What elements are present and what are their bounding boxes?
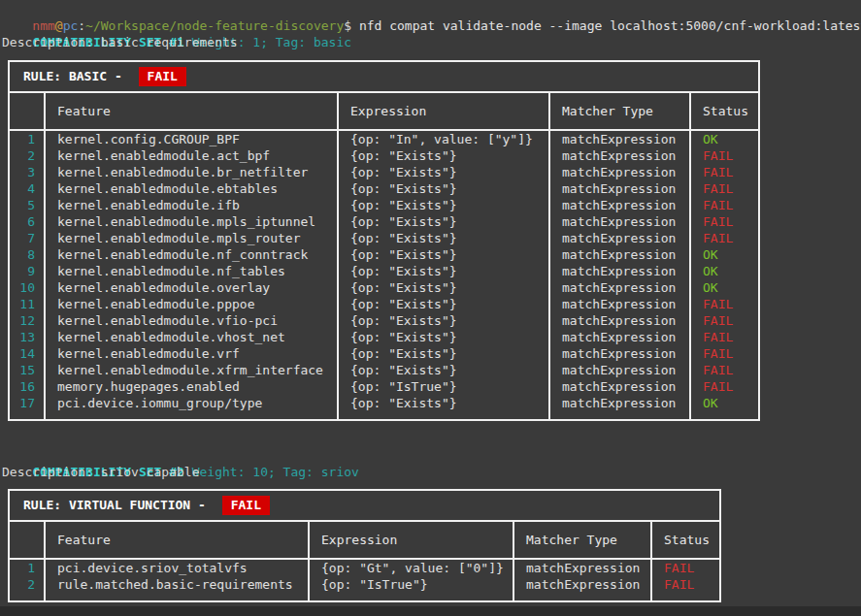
table-row: 11 kernel.enabledmodule.pppoe {op: "Exis… bbox=[9, 296, 759, 312]
feature-cell: rule.matched.basic-requirements bbox=[45, 576, 309, 601]
virtual-function-rule-table: RULE: VIRTUAL FUNCTION - FAIL Feature Ex… bbox=[8, 489, 721, 602]
row-number: 1 bbox=[9, 559, 45, 576]
set2-title-line: COMPATIBILITY SET #2 Weight: 10; Tag: sr… bbox=[2, 447, 861, 464]
matcher-type-cell: matchExpression bbox=[549, 362, 690, 378]
row-number: 8 bbox=[9, 246, 45, 263]
feature-cell: kernel.enabledmodule.xfrm_interface bbox=[45, 362, 338, 378]
expression-cell: {op: "Exists"} bbox=[338, 329, 549, 345]
row-number: 16 bbox=[9, 378, 45, 395]
row-number: 14 bbox=[9, 345, 45, 362]
row-number: 6 bbox=[9, 213, 45, 230]
table-row: 6 kernel.enabledmodule.mpls_iptunnel {op… bbox=[9, 213, 759, 230]
status-cell: FAIL bbox=[690, 345, 759, 362]
expression-cell: {op: "IsTrue"} bbox=[338, 378, 549, 395]
command-text: nfd compat validate-node --image localho… bbox=[359, 18, 861, 33]
window-bottom-edge bbox=[0, 606, 861, 616]
prompt-path: ~/Workspace/node-feature-discovery bbox=[85, 18, 344, 33]
status-cell: FAIL bbox=[690, 329, 759, 345]
expression-cell: {op: "Exists"} bbox=[338, 197, 549, 213]
feature-cell: memory.hugepages.enabled bbox=[45, 378, 338, 395]
status-cell: FAIL bbox=[690, 197, 759, 213]
expression-cell: {op: "Exists"} bbox=[338, 395, 549, 420]
table-row: 2 rule.matched.basic-requirements {op: "… bbox=[9, 576, 720, 601]
set2-meta: Weight: 10; Tag: sriov bbox=[184, 465, 359, 479]
matcher-type-cell: matchExpression bbox=[549, 213, 690, 230]
row-number: 15 bbox=[9, 362, 45, 378]
prompt-dollar: $ bbox=[344, 18, 359, 33]
feature-cell: kernel.config.CGROUP_BPF bbox=[45, 130, 338, 147]
table-row: 7 kernel.enabledmodule.mpls_router {op: … bbox=[9, 230, 759, 246]
status-cell: FAIL bbox=[690, 147, 759, 164]
row-number: 10 bbox=[9, 279, 45, 296]
table-row: 4 kernel.enabledmodule.ebtables {op: "Ex… bbox=[9, 180, 759, 197]
expression-cell: {op: "Exists"} bbox=[338, 147, 549, 164]
matcher-type-cell: matchExpression bbox=[549, 246, 690, 263]
terminal-window[interactable]: nmm@pc:~/Workspace/node-feature-discover… bbox=[0, 0, 861, 616]
row-number: 13 bbox=[9, 329, 45, 345]
feature-cell: pci.device.sriov_totalvfs bbox=[45, 559, 309, 576]
rule-status-badge: FAIL bbox=[222, 496, 270, 515]
matcher-type-cell: matchExpression bbox=[549, 378, 690, 395]
feature-cell: kernel.enabledmodule.pppoe bbox=[45, 296, 338, 312]
matcher-type-cell: matchExpression bbox=[549, 296, 690, 312]
matcher-type-cell: matchExpression bbox=[549, 279, 690, 296]
matcher-type-cell: matchExpression bbox=[549, 395, 690, 420]
basic-rule-table: RULE: BASIC - FAIL Feature Expression Ma… bbox=[8, 60, 760, 421]
table-row: 1 kernel.config.CGROUP_BPF {op: "In", va… bbox=[9, 130, 759, 147]
matcher-type-cell: matchExpression bbox=[549, 197, 690, 213]
expression-cell: {op: "Exists"} bbox=[338, 164, 549, 180]
set2-description: Description: sriov capable bbox=[2, 464, 861, 480]
row-number: 9 bbox=[9, 263, 45, 279]
prompt-colon: : bbox=[78, 18, 85, 33]
status-cell: FAIL bbox=[651, 559, 720, 576]
table-row: 8 kernel.enabledmodule.nf_conntrack {op:… bbox=[9, 246, 759, 263]
matcher-type-cell: matchExpression bbox=[549, 230, 690, 246]
table-row: 15 kernel.enabledmodule.xfrm_interface {… bbox=[9, 362, 759, 378]
row-number: 7 bbox=[9, 230, 45, 246]
prompt-host: pc bbox=[63, 18, 79, 33]
matcher-type-cell: matchExpression bbox=[513, 559, 651, 576]
col-header-status: Status bbox=[651, 521, 720, 559]
feature-cell: kernel.enabledmodule.ebtables bbox=[45, 180, 338, 197]
expression-cell: {op: "Exists"} bbox=[338, 230, 549, 246]
expression-cell: {op: "Exists"} bbox=[338, 246, 549, 263]
row-number: 1 bbox=[9, 130, 45, 147]
status-cell: OK bbox=[690, 246, 759, 263]
prompt-user: nmm bbox=[32, 18, 54, 33]
set1-description: Description: basic requirements bbox=[2, 34, 861, 50]
col-header-expression: Expression bbox=[338, 92, 549, 130]
table-row: 5 kernel.enabledmodule.ifb {op: "Exists"… bbox=[9, 197, 759, 213]
expression-cell: {op: "Exists"} bbox=[338, 296, 549, 312]
matcher-type-cell: matchExpression bbox=[549, 329, 690, 345]
table-row: 17 pci.device.iommu_group/type {op: "Exi… bbox=[9, 395, 759, 420]
table-row: 13 kernel.enabledmodule.vhost_net {op: "… bbox=[9, 329, 759, 345]
table-row: 1 pci.device.sriov_totalvfs {op: "Gt", v… bbox=[9, 559, 720, 576]
rule-status-badge: FAIL bbox=[139, 67, 186, 86]
table-row: 2 kernel.enabledmodule.act_bpf {op: "Exi… bbox=[9, 147, 759, 164]
feature-cell: kernel.enabledmodule.nf_tables bbox=[45, 263, 338, 279]
status-cell: OK bbox=[690, 263, 759, 279]
status-cell: FAIL bbox=[690, 312, 759, 329]
feature-cell: kernel.enabledmodule.vrf bbox=[45, 345, 338, 362]
expression-cell: {op: "In", value: ["y"]} bbox=[338, 130, 549, 147]
expression-cell: {op: "Exists"} bbox=[338, 345, 549, 362]
column-header-row: Feature Expression Matcher Type Status bbox=[9, 92, 759, 130]
matcher-type-cell: matchExpression bbox=[549, 312, 690, 329]
status-cell: FAIL bbox=[690, 362, 759, 378]
status-cell: FAIL bbox=[690, 213, 759, 230]
feature-cell: kernel.enabledmodule.br_netfilter bbox=[45, 164, 338, 180]
status-cell: FAIL bbox=[690, 296, 759, 312]
col-header-num bbox=[9, 521, 45, 559]
expression-cell: {op: "Exists"} bbox=[338, 279, 549, 296]
expression-cell: {op: "Exists"} bbox=[338, 213, 549, 230]
feature-cell: kernel.enabledmodule.nf_conntrack bbox=[45, 246, 338, 263]
table-row: 3 kernel.enabledmodule.br_netfilter {op:… bbox=[9, 164, 759, 180]
feature-cell: kernel.enabledmodule.act_bpf bbox=[45, 147, 338, 164]
row-number: 11 bbox=[9, 296, 45, 312]
expression-cell: {op: "Exists"} bbox=[338, 263, 549, 279]
status-cell: FAIL bbox=[651, 576, 720, 601]
status-cell: OK bbox=[690, 279, 759, 296]
matcher-type-cell: matchExpression bbox=[549, 164, 690, 180]
status-cell: FAIL bbox=[690, 378, 759, 395]
table-row: 12 kernel.enabledmodule.vfio-pci {op: "E… bbox=[9, 312, 759, 329]
